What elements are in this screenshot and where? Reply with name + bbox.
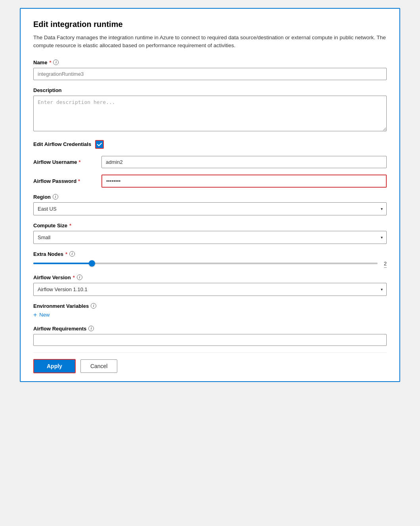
compute-size-label: Compute Size * [33,223,387,228]
description-field-group: Description [33,87,387,133]
region-info-icon[interactable]: i [53,194,58,200]
edit-integration-runtime-panel: Edit integration runtime The Data Factor… [20,8,400,382]
extra-nodes-slider-wrapper [33,259,378,267]
password-field-group: Airflow Password * [33,175,387,188]
name-required-star: * [49,60,51,65]
region-label: Region i [33,194,387,200]
edit-airflow-label: Edit Airflow Credentials [33,141,91,147]
extra-nodes-value: 2 [384,260,387,267]
edit-airflow-credentials-row: Edit Airflow Credentials [33,140,387,149]
panel-title: Edit integration runtime [33,20,387,29]
panel-footer: Apply Cancel [33,352,387,381]
airflow-requirements-field-group: Airflow Requirements i [33,326,387,346]
username-label: Airflow Username * [33,159,97,165]
new-label: New [39,312,50,318]
env-variables-field-group: Environment Variables i + New [33,303,387,319]
username-required-star: * [79,159,81,165]
airflow-req-label: Airflow Requirements i [33,326,387,332]
edit-airflow-checkbox[interactable] [95,140,104,149]
compute-required-star: * [69,223,71,228]
plus-icon: + [33,311,37,319]
airflow-req-info-icon[interactable]: i [88,326,94,331]
airflow-requirements-input[interactable] [33,334,387,346]
panel-description: The Data Factory manages the integration… [33,34,387,50]
username-input[interactable] [101,156,387,168]
airflow-version-label: Airflow Version * i [33,275,387,280]
extra-nodes-field-group: Extra Nodes * i 2 [33,251,387,267]
compute-select-wrapper: Small Medium Large ▾ [33,231,387,244]
password-label: Airflow Password * [33,178,97,184]
airflow-version-field-group: Airflow Version * i Airflow Version 1.10… [33,275,387,296]
extra-nodes-label: Extra Nodes * i [33,251,387,257]
description-label: Description [33,87,387,93]
compute-select[interactable]: Small Medium Large [33,231,387,244]
username-field-group: Airflow Username * [33,156,387,168]
region-select-wrapper: East US West US North Europe West Europe… [33,202,387,215]
name-label: Name * i [33,60,387,65]
env-variables-info-icon[interactable]: i [91,303,96,309]
new-env-variable-button[interactable]: + New [33,311,50,319]
password-input[interactable] [101,175,387,188]
airflow-version-info-icon[interactable]: i [77,275,82,280]
name-input[interactable] [33,68,387,80]
name-field-group: Name * i [33,60,387,80]
description-textarea[interactable] [33,96,387,131]
airflow-version-select-wrapper: Airflow Version 1.10.1 Airflow Version 2… [33,283,387,296]
airflow-version-select[interactable]: Airflow Version 1.10.1 Airflow Version 2… [33,283,387,296]
password-required-star: * [78,178,80,184]
apply-button[interactable]: Apply [33,359,76,373]
name-info-icon[interactable]: i [53,60,59,65]
region-field-group: Region i East US West US North Europe We… [33,194,387,215]
cancel-button[interactable]: Cancel [80,359,118,373]
password-input-wrapper [101,175,387,188]
compute-size-field-group: Compute Size * Small Medium Large ▾ [33,223,387,244]
username-input-wrapper [101,156,387,168]
region-select[interactable]: East US West US North Europe West Europe [33,202,387,215]
extra-nodes-info-icon[interactable]: i [69,251,75,257]
extra-nodes-slider-container: 2 [33,259,387,267]
extra-nodes-required-star: * [65,251,67,257]
airflow-version-required-star: * [73,275,75,280]
env-variables-label: Environment Variables i [33,303,387,309]
